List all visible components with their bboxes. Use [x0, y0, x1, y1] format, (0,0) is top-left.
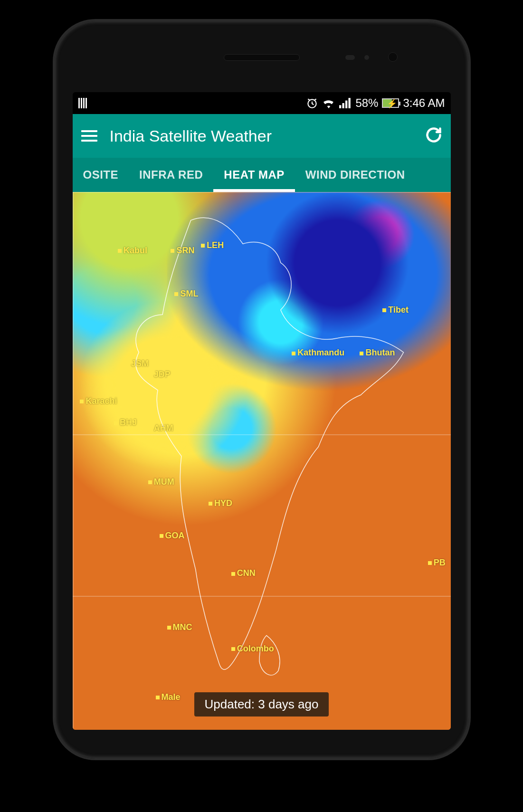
- city-label: CNN: [231, 568, 256, 578]
- sensor: [364, 55, 369, 60]
- app-bar: India Satellite Weather: [73, 114, 451, 158]
- tab-label: WIND DIRECTION: [305, 168, 405, 182]
- city-label: MNC: [167, 622, 192, 632]
- tab-label: INFRA RED: [139, 168, 203, 182]
- update-toast: Updated: 3 days ago: [194, 692, 329, 716]
- screen: 58% ⚡ 3:46 AM India Satellite Weather OS…: [73, 92, 451, 730]
- front-camera: [388, 52, 398, 62]
- signal-icon: [339, 98, 352, 108]
- heat-map-view[interactable]: KabulSRNLEHSMLTibetKathmanduBhutanJSMJDP…: [73, 192, 451, 730]
- sensor: [345, 55, 355, 60]
- city-label: JDP: [148, 370, 171, 380]
- svg-rect-6: [342, 103, 344, 108]
- city-label: Colombo: [231, 644, 274, 654]
- status-bar: 58% ⚡ 3:46 AM: [73, 92, 451, 114]
- city-label: BHJ: [114, 418, 137, 428]
- earpiece: [224, 54, 300, 61]
- city-label: Bhutan: [360, 348, 395, 358]
- city-label: Kathmandu: [292, 348, 344, 358]
- notification-icon: [78, 98, 88, 108]
- svg-rect-3: [86, 98, 87, 108]
- svg-rect-8: [349, 98, 351, 108]
- menu-button[interactable]: [81, 130, 97, 142]
- wifi-icon: [322, 98, 335, 108]
- tab-wind-direction[interactable]: WIND DIRECTION: [295, 158, 416, 192]
- svg-rect-7: [345, 101, 347, 108]
- svg-rect-5: [339, 105, 341, 108]
- tab-label: HEAT MAP: [224, 168, 285, 182]
- svg-rect-2: [83, 98, 85, 108]
- city-label: AHM: [148, 423, 173, 433]
- tab-bar: OSITE INFRA RED HEAT MAP WIND DIRECTION: [73, 158, 451, 192]
- tab-composite[interactable]: OSITE: [73, 158, 129, 192]
- city-label: Kabul: [118, 246, 147, 256]
- status-time: 3:46 AM: [403, 96, 445, 110]
- tab-heat-map[interactable]: HEAT MAP: [213, 158, 295, 192]
- battery-icon: ⚡: [382, 98, 399, 108]
- alarm-icon: [306, 97, 318, 109]
- city-label: SML: [174, 289, 198, 299]
- svg-rect-0: [78, 98, 80, 108]
- refresh-button[interactable]: [425, 126, 442, 145]
- city-label: PB: [428, 558, 446, 568]
- city-label: LEH: [201, 240, 224, 250]
- city-label: Male: [156, 692, 181, 702]
- city-label: SRN: [171, 246, 194, 256]
- toast-text: Updated: 3 days ago: [205, 697, 319, 711]
- tab-infra-red[interactable]: INFRA RED: [129, 158, 213, 192]
- city-label: HYD: [209, 498, 232, 508]
- city-label: GOA: [160, 531, 185, 541]
- app-title: India Satellite Weather: [110, 127, 413, 145]
- city-label: JSM: [125, 359, 149, 369]
- phone-frame: 58% ⚡ 3:46 AM India Satellite Weather OS…: [53, 19, 471, 760]
- svg-rect-1: [81, 98, 82, 108]
- city-label: Karachi: [80, 396, 117, 406]
- city-label: Tibet: [382, 305, 409, 315]
- tab-label: OSITE: [83, 168, 119, 182]
- city-label: MUM: [148, 477, 174, 487]
- battery-percent: 58%: [355, 96, 378, 110]
